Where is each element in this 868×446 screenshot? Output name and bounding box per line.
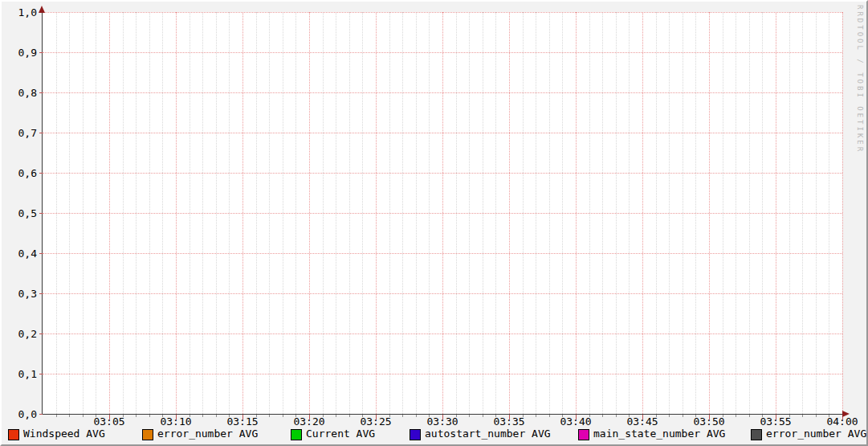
x-tick-minor [816,415,817,417]
h-gridline-major [43,213,842,214]
y-axis-label: 0,5 [3,208,37,219]
y-axis-label: 0,4 [3,248,37,259]
h-gridline-major [43,92,842,93]
legend-swatch [578,429,589,440]
legend-label: main_state_number AVG [593,428,725,440]
x-tick-minor [136,415,137,417]
x-axis-label: 03:30 [418,416,467,427]
h-gridline-major [43,374,842,374]
h-gridline-major [43,173,842,174]
x-tick-minor [549,415,550,417]
y-tick-major [39,133,43,133]
y-tick-major [39,253,43,254]
x-tick-minor [402,415,403,417]
y-axis [42,9,43,415]
x-axis-label: 04:00 [818,416,866,427]
watermark-text: RRDTOOL / TOBI OETIKER [856,5,864,153]
y-tick-major [39,293,43,294]
rrdtool-graph: 1,00,90,80,70,60,50,40,30,20,10,003:0503… [0,0,868,446]
legend-swatch [8,429,19,440]
x-axis-arrow-icon [842,411,850,417]
h-gridline-major [43,12,842,13]
y-axis-label: 0,0 [3,409,37,419]
x-axis [39,414,842,415]
y-axis-label: 0,6 [3,168,37,178]
x-tick-minor [736,415,736,417]
legend-label: error_number AVG [766,428,866,440]
x-tick-minor [536,415,536,417]
x-tick-minor [83,415,84,417]
x-tick-minor [56,415,57,417]
x-axis-label: 03:20 [285,416,333,427]
x-tick-minor [416,415,417,417]
x-axis-label: 03:15 [218,416,267,427]
y-tick-major [39,92,43,93]
x-axis-label: 03:05 [85,416,133,427]
y-tick-major [39,374,43,374]
x-tick-minor [216,415,217,417]
x-tick-minor [283,415,283,417]
y-axis-label: 0,3 [3,288,37,299]
x-axis-label: 03:10 [152,416,200,427]
legend-label: error_number AVG [157,428,258,440]
x-axis-label: 03:40 [552,416,600,427]
x-axis-label: 03:45 [618,416,666,427]
x-tick-minor [149,415,150,417]
y-axis-label: 0,9 [3,47,37,58]
legend-swatch [291,429,302,440]
x-tick-minor [269,415,270,417]
h-gridline-major [43,133,842,133]
legend-swatch [751,429,762,440]
legend-label: Windspeed AVG [23,428,105,440]
y-axis-label: 0,2 [3,329,37,339]
x-axis-label: 03:55 [752,416,800,427]
x-tick-minor [349,415,350,417]
y-axis-label: 0,1 [3,369,37,379]
y-axis-label: 1,0 [3,7,37,18]
x-tick-minor [202,415,203,417]
x-axis-label: 03:25 [352,416,400,427]
y-axis-arrow-icon [39,6,45,13]
y-tick-major [39,414,43,415]
x-tick-minor [683,415,683,417]
x-tick-minor [616,415,617,417]
x-tick-minor [802,415,803,417]
legend-swatch [142,429,153,440]
x-tick-minor [483,415,483,417]
h-gridline-major [43,333,842,334]
legend-label: autostart_number AVG [425,428,551,440]
y-tick-major [39,213,43,214]
h-gridline-major [43,293,842,294]
y-tick-major [39,333,43,334]
x-axis-label: 03:50 [685,416,733,427]
legend-label: Current AVG [306,428,375,440]
x-tick-minor [469,415,470,417]
legend-swatch [410,429,421,440]
v-gridline-major [842,12,843,414]
x-tick-minor [602,415,603,417]
x-tick-minor [336,415,336,417]
y-tick-major [39,52,43,53]
h-gridline-major [43,52,842,53]
y-axis-label: 0,7 [3,128,37,138]
x-axis-label: 03:35 [485,416,533,427]
y-tick-major [39,173,43,174]
x-tick-minor [69,415,70,417]
x-tick-minor [749,415,750,417]
h-gridline-major [43,253,842,254]
y-axis-label: 0,8 [3,88,37,98]
x-tick-minor [669,415,670,417]
